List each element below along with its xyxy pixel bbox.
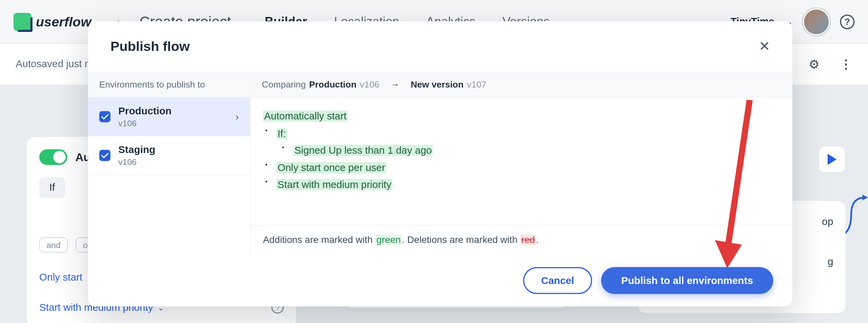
diff-legend: Additions are marked with green. Deletio…: [251, 225, 792, 255]
diff-rule-1: Only start once per user: [276, 162, 386, 173]
help-icon[interactable]: ?: [840, 14, 854, 29]
brand-name: userflow: [36, 14, 91, 30]
close-icon[interactable]: ✕: [759, 39, 770, 54]
diff-condition: Signed Up less than 1 day ago: [293, 145, 433, 156]
environment-list: Production v106 › Staging v106: [88, 98, 251, 255]
avatar[interactable]: [803, 8, 830, 35]
play-icon: [828, 154, 836, 165]
publish-flow-modal: Publish flow ✕ Environments to publish t…: [88, 21, 792, 306]
checkbox-icon[interactable]: [99, 111, 111, 122]
publish-button[interactable]: Publish to all environments: [601, 267, 773, 294]
lightbulb-icon[interactable]: ⚙: [809, 57, 820, 72]
svg-marker-0: [862, 195, 868, 201]
play-button[interactable]: [818, 146, 845, 173]
diff-heading: Automatically start: [263, 111, 348, 122]
env-item-staging[interactable]: Staging v106: [88, 136, 250, 175]
logo-icon: [14, 13, 32, 31]
cancel-button[interactable]: Cancel: [523, 267, 592, 294]
more-vertical-icon[interactable]: ⋮: [840, 57, 852, 72]
env-list-header: Environments to publish to: [88, 72, 251, 97]
diff-rule-2: Start with medium priority: [276, 179, 392, 190]
auto-start-toggle[interactable]: [39, 149, 67, 165]
diff-if: If:: [276, 128, 287, 139]
env-item-production[interactable]: Production v106 ›: [88, 98, 250, 136]
compare-header: Comparing Production v106 → New version …: [251, 72, 792, 97]
checkbox-icon[interactable]: [99, 150, 111, 161]
arrow-right-icon: →: [391, 80, 399, 90]
brand-logo[interactable]: userflow: [14, 13, 91, 31]
chevron-right-icon: ›: [236, 111, 239, 123]
autosave-status: Autosaved just n: [16, 58, 90, 70]
logic-and[interactable]: and: [39, 238, 68, 253]
modal-title: Publish flow: [111, 39, 190, 54]
diff-panel: Automatically start If: Signed Up less t…: [251, 98, 792, 255]
if-pill[interactable]: If: [39, 177, 65, 198]
